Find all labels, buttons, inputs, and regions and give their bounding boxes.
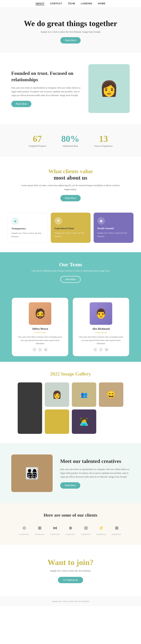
group-figure-icon: 👨‍👩‍👧‍👦 — [25, 467, 39, 480]
nav-team[interactable]: TEAM — [68, 2, 75, 5]
logo-item-4: ⊛ COMPANY — [66, 523, 75, 535]
stat-projects: 67 Completed Projects — [28, 134, 46, 148]
hero-heading: We do great things together — [19, 19, 122, 28]
logo-icon-2: ⊞ — [35, 523, 44, 533]
heading-highlight: hat clients val — [54, 168, 87, 174]
main-nav: ABOUT CONTACT TEAM LANDING HOME — [0, 0, 141, 8]
stat-satisfaction-number: 80% — [61, 134, 79, 144]
logo-icon-3: ⋈ — [50, 523, 60, 533]
gallery-heading-highlight: Gallery — [75, 371, 91, 376]
facebook-icon-alex[interactable]: f — [93, 348, 97, 352]
jeffrey-photo-bg: 🧔 — [29, 302, 51, 325]
twitter-icon[interactable]: t — [38, 348, 42, 352]
nav-contact[interactable]: CONTACT — [50, 2, 62, 5]
jeffrey-figure-icon: 🧔 — [34, 308, 46, 319]
gallery-item-light: 👩 — [45, 382, 69, 407]
instagram-icon[interactable]: in — [44, 348, 48, 352]
meet-photo-block: 👨‍👩‍👧‍👦 — [11, 454, 53, 492]
founded-heading: Founded on trust. Focused on relationshi… — [11, 70, 81, 83]
logo-item-2: ⊞ COMPANY — [35, 523, 45, 535]
clients-value-section: What clients valuemost about us Lorem ip… — [0, 157, 141, 207]
founded-cta-button[interactable]: Read More — [11, 101, 31, 107]
gallery-heading: 2022 Image Gallery — [8, 371, 133, 377]
team-card-jeffrey: 🧔 Jeffrey Brown creative leader Glae ame… — [12, 298, 68, 356]
card-transparency: ◈ Transparency Sample text. Click to sel… — [8, 212, 48, 243]
card-team-body: Sample text. Click to select the Text El… — [55, 231, 87, 238]
want-join-subtext: Sample text. Click to select the Text El… — [19, 570, 122, 572]
stats-section: 67 Completed Projects 80% Satisfaction R… — [0, 124, 141, 157]
clients-value-heading: What clients valuemost about us — [19, 168, 122, 181]
want-join-signup-button[interactable]: I'm Signing Up — [58, 577, 83, 583]
clients-logos-grid: ⊙ COMPANY ⊞ COMPANY ⋈ COMPANY ⊛ COMPANY … — [8, 523, 133, 535]
gallery-item-meeting: 👥 — [72, 382, 96, 407]
stat-projects-label: Completed Projects — [28, 145, 46, 148]
transparency-icon: ◈ — [12, 217, 19, 225]
facebook-icon[interactable]: f — [32, 348, 37, 352]
hero-section: We do great things together Sample text.… — [0, 8, 141, 53]
hero-cta-button[interactable]: Read More — [60, 37, 80, 44]
nav-home[interactable]: HOME — [98, 2, 105, 5]
logo-item-6: ⚡ COMPANY — [96, 523, 106, 535]
logo-icon-5: ⊟ — [81, 523, 91, 533]
logo-item-3: ⋈ COMPANY — [50, 523, 60, 535]
logo-icon-6: ⚡ — [97, 523, 106, 533]
meet-body: Duis aute irure dolor in reprehenderit i… — [60, 468, 130, 479]
team-card-alex: 👨 Alex Richmond creative leader Glae ame… — [73, 298, 129, 356]
our-team-section: Our Team Glavrida for habitant morbi tri… — [0, 252, 141, 292]
nav-about[interactable]: ABOUT — [36, 2, 45, 5]
logo-label-1: COMPANY — [20, 534, 29, 535]
gallery-item-man: 😄 — [99, 382, 123, 407]
person-figure-icon: 👩 — [100, 80, 118, 98]
card-result-title: Result Garantie — [97, 227, 130, 230]
heading-normal2: ue — [87, 168, 93, 174]
logo-label-4: COMPANY — [66, 534, 75, 535]
want-join-pre: Want to — [47, 558, 76, 567]
gallery-grid: 👩 👥 😄 👩‍💻 — [8, 382, 133, 434]
clients-logos-heading: Here are some of our clients — [8, 513, 133, 518]
footer-text: Sample text. Click to select the Text El… — [52, 600, 89, 602]
jeffrey-social: f t in — [16, 348, 64, 352]
jeffrey-bio: Glae amet nitisl libero molestie ante ut… — [16, 335, 64, 345]
team-view-more-button[interactable]: View More — [60, 276, 81, 283]
stat-satisfaction-label: Satisfaction Rate — [61, 145, 79, 148]
alex-name: Alex Richmond — [77, 328, 125, 330]
gallery-item-yellow — [45, 410, 69, 434]
gallery-item-dark — [18, 382, 42, 434]
team-subtext: Glavrida for habitant morbi tristique se… — [11, 270, 130, 272]
alex-photo: 👨 — [90, 302, 112, 325]
footer: Sample text. Click to select the Text El… — [0, 596, 141, 606]
logo-label-3: COMPANY — [50, 534, 60, 535]
founded-body: Duis aute irure dolor in reprehenderit i… — [11, 86, 81, 98]
card-team: ❋ Experienced Team Sample text. Click to… — [51, 212, 91, 243]
clients-logos-section: Here are some of our clients ⊙ COMPANY ⊞… — [0, 503, 141, 545]
alex-figure-icon: 👨 — [95, 308, 107, 319]
logo-icon-7: ⊞ — [112, 523, 121, 533]
logo-label-5: COMPANY — [81, 534, 91, 535]
meet-cta-button[interactable]: Read More — [60, 482, 80, 489]
card-result-body: Sample text. Click to select the Text El… — [97, 231, 130, 238]
clients-value-body: Lorem ipsum dolor sit amet, consectetur … — [19, 184, 122, 191]
meet-group-photo: 👨‍👩‍👧‍👦 — [11, 454, 53, 492]
stat-years: 13 Years of Experience — [94, 134, 113, 148]
card-team-title: Experienced Team — [55, 227, 87, 230]
jeffrey-role: creative leader — [16, 331, 64, 334]
hero-subtext: Sample text. Click to select the Text El… — [19, 30, 122, 34]
instagram-icon-alex[interactable]: in — [104, 348, 109, 352]
alex-bio: Glae amet nitisl libero molestie ante ut… — [77, 335, 125, 345]
clients-value-cta-button[interactable]: Read More — [60, 195, 80, 201]
alex-social: f t in — [77, 348, 125, 352]
team-cards: 🧔 Jeffrey Brown creative leader Glae ame… — [0, 292, 141, 362]
logo-icon-1: ⊙ — [20, 523, 29, 533]
founded-text-block: Founded on trust. Focused on relationshi… — [11, 70, 81, 107]
alex-role: creative leader — [77, 331, 125, 334]
twitter-icon-alex[interactable]: t — [99, 348, 103, 352]
meet-creatives-section: 👨‍👩‍👧‍👦 Meet our talented creatives Duis… — [0, 443, 141, 503]
heading-normal: W — [48, 168, 54, 174]
meet-text-block: Meet our talented creatives Duis aute ir… — [60, 458, 130, 489]
alex-photo-bg: 👨 — [90, 302, 112, 325]
team-heading: Our Team — [11, 262, 130, 268]
founded-section: Founded on trust. Focused on relationshi… — [0, 53, 141, 124]
gallery-section: 2022 Image Gallery 👩 👥 😄 👩‍💻 — [0, 362, 141, 443]
nav-landing[interactable]: LANDING — [81, 2, 92, 5]
feature-cards: ◈ Transparency Sample text. Click to sel… — [0, 207, 141, 252]
